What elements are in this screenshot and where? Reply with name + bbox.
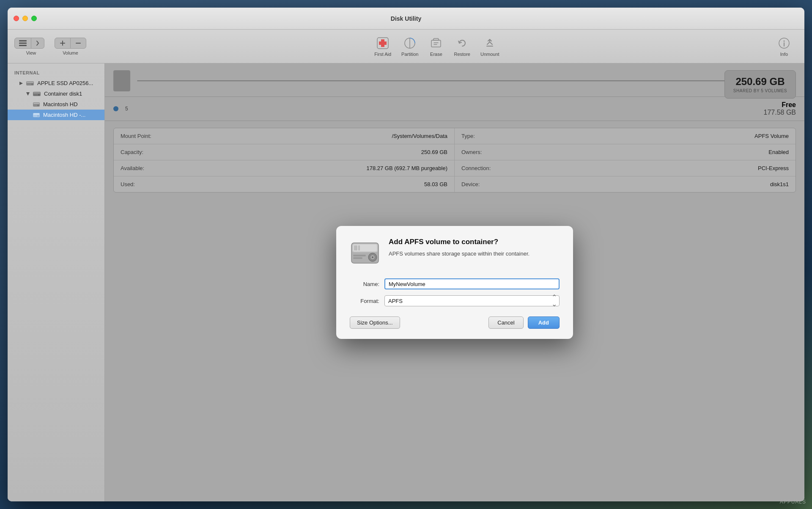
first-aid-icon (376, 36, 390, 50)
format-label: Format: (350, 298, 379, 304)
partition-label: Partition (401, 52, 418, 57)
minimize-button[interactable] (22, 16, 28, 21)
svg-point-34 (372, 256, 373, 258)
volume-data-icon (33, 112, 40, 118)
name-input[interactable] (384, 278, 560, 289)
info-icon (777, 36, 791, 50)
size-options-button[interactable]: Size Options... (350, 316, 400, 329)
titlebar: Disk Utility (8, 8, 804, 30)
modal-footer: Size Options... Cancel Add (350, 316, 560, 329)
sidebar-label-macintosh-hd: Macintosh HD (43, 101, 78, 107)
view-chevron-button[interactable] (31, 38, 44, 48)
toolbar: View Volume (8, 30, 804, 63)
modal-header: Add APFS volume to container? APFS volum… (350, 238, 560, 268)
name-row: Name: (350, 278, 560, 289)
add-volume-button[interactable] (55, 38, 71, 48)
erase-icon (429, 36, 443, 50)
svg-rect-0 (19, 40, 27, 41)
partition-icon (403, 36, 417, 50)
restore-icon (455, 36, 469, 50)
svg-marker-15 (19, 82, 23, 85)
modal-form: Name: Format: APFS APFS (Encrypted) APFS… (350, 278, 560, 306)
svg-point-25 (38, 105, 39, 106)
sidebar: Internal APPLE SSD AP0256... (8, 63, 105, 501)
format-row: Format: APFS APFS (Encrypted) APFS (Case… (350, 295, 560, 306)
format-select[interactable]: APFS APFS (Encrypted) APFS (Case-sensiti… (384, 295, 560, 306)
partition-button[interactable]: Partition (396, 34, 423, 59)
format-select-wrap: APFS APFS (Encrypted) APFS (Case-sensiti… (384, 295, 560, 306)
svg-point-13 (784, 40, 785, 41)
first-aid-button[interactable]: First Aid (369, 34, 396, 59)
svg-rect-2 (19, 45, 27, 46)
sidebar-item-container-disk1[interactable]: Container disk1 (8, 88, 104, 99)
svg-rect-37 (354, 245, 357, 250)
view-control[interactable] (14, 38, 44, 49)
volume-control[interactable] (55, 38, 86, 49)
svg-rect-24 (33, 103, 39, 104)
content-area: Internal APPLE SSD AP0256... (8, 63, 804, 501)
volume-icon (33, 102, 40, 107)
modal-title: Add APFS volume to container? (389, 238, 529, 246)
erase-button[interactable]: Erase (423, 34, 449, 59)
svg-rect-27 (33, 113, 39, 115)
sidebar-item-macintosh-hd-data[interactable]: Macintosh HD -... (8, 110, 104, 120)
view-label: View (26, 50, 36, 55)
svg-rect-17 (27, 82, 33, 83)
sidebar-item-apple-ssd[interactable]: APPLE SSD AP0256... (8, 78, 104, 88)
svg-point-22 (38, 94, 40, 95)
triangle-down-icon (26, 92, 30, 96)
svg-point-28 (38, 115, 39, 116)
svg-rect-9 (431, 40, 441, 47)
restore-label: Restore (454, 52, 470, 57)
modal-disk-icon (350, 238, 380, 268)
triangle-icon (19, 82, 23, 85)
disk-utility-window: Disk Utility View (8, 8, 804, 501)
erase-label: Erase (430, 52, 442, 57)
unmount-icon (483, 36, 497, 50)
restore-button[interactable]: Restore (449, 34, 475, 59)
svg-rect-38 (358, 245, 360, 250)
maximize-button[interactable] (31, 16, 37, 21)
modal-description: APFS volumes share storage space within … (389, 250, 529, 258)
svg-marker-19 (26, 92, 30, 96)
modal-text-area: Add APFS volume to container? APFS volum… (389, 238, 529, 258)
toolbar-center: First Aid Partition (103, 34, 771, 59)
svg-point-18 (32, 83, 33, 85)
info-button[interactable]: Info (771, 34, 798, 59)
unmount-label: Unmount (480, 52, 499, 57)
traffic-lights (14, 16, 37, 21)
disk-icon (26, 80, 34, 86)
info-label: Info (780, 52, 788, 57)
sidebar-label-apple-ssd: APPLE SSD AP0256... (37, 80, 93, 86)
main-panel: 250.69 GB Shared by 5 Volumes 5 Free 177… (105, 63, 804, 501)
add-button[interactable]: Add (528, 316, 560, 329)
close-button[interactable] (14, 16, 19, 21)
modal-overlay: Add APFS volume to container? APFS volum… (105, 63, 804, 501)
name-label: Name: (350, 281, 379, 287)
first-aid-label: First Aid (374, 52, 391, 57)
svg-rect-36 (353, 257, 362, 259)
view-list-button[interactable] (15, 38, 31, 48)
container-icon (33, 91, 41, 97)
add-volume-modal: Add APFS volume to container? APFS volum… (336, 226, 573, 339)
svg-rect-21 (33, 92, 40, 94)
window-title: Disk Utility (391, 15, 421, 22)
sidebar-section-internal: Internal (8, 69, 104, 78)
svg-rect-35 (353, 255, 366, 256)
volume-label: Volume (63, 50, 78, 55)
unmount-button[interactable]: Unmount (475, 34, 505, 59)
cancel-button[interactable]: Cancel (488, 316, 523, 329)
remove-volume-button[interactable] (71, 38, 86, 48)
sidebar-item-macintosh-hd[interactable]: Macintosh HD (8, 99, 104, 110)
sidebar-label-macintosh-hd-data: Macintosh HD -... (43, 112, 85, 118)
sidebar-label-container: Container disk1 (44, 91, 82, 97)
svg-rect-1 (19, 42, 27, 44)
